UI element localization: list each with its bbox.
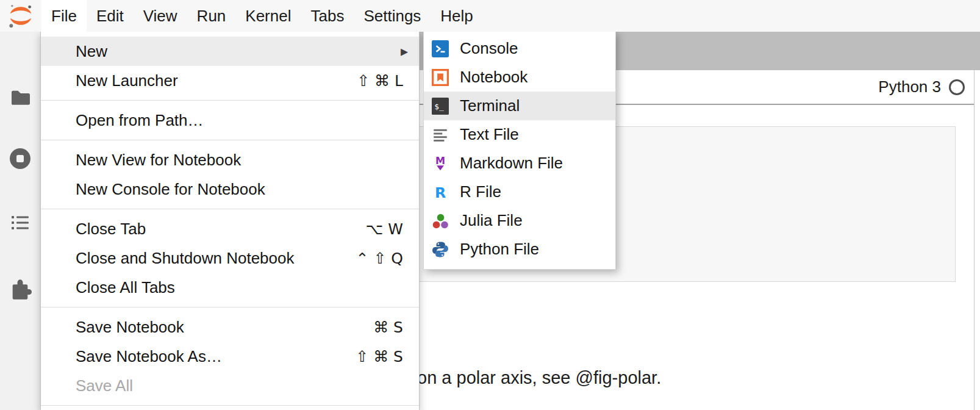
menu-item-save-notebook-as[interactable]: Save Notebook As… ⇧ ⌘ S: [41, 342, 419, 371]
menu-item-save-notebook[interactable]: Save Notebook ⌘ S: [41, 312, 419, 342]
left-sidebar: [0, 32, 40, 410]
markdown-text: on a polar axis, see @fig-polar.: [417, 368, 661, 388]
submenu-item-label: Text File: [460, 125, 519, 144]
svg-text:$_: $_: [434, 102, 444, 111]
menu-item-shortcut: ⇧ ⌘ L: [357, 72, 403, 90]
file-browser-icon[interactable]: [8, 85, 32, 110]
kernel-status-icon[interactable]: [949, 79, 965, 95]
menubar-label: Edit: [96, 7, 124, 25]
menu-item-save-all[interactable]: Save All: [41, 371, 419, 400]
menu-item-new[interactable]: New ▸: [41, 37, 419, 66]
menubar-label: Kernel: [245, 7, 291, 25]
markdown-file-icon: M: [432, 155, 449, 172]
new-submenu: Console Notebook $_ Terminal Text File M…: [423, 31, 616, 270]
submenu-item-label: Terminal: [460, 96, 520, 115]
submenu-item-label: Python File: [460, 240, 539, 259]
submenu-item-label: R File: [460, 182, 501, 201]
menu-item-close-and-shutdown-notebook[interactable]: Close and Shutdown Notebook ⌃ ⇧ Q: [41, 243, 419, 273]
menu-item-label: New Launcher: [76, 71, 178, 90]
menu-item-label: Close Tab: [76, 220, 146, 239]
python-file-icon: [432, 241, 449, 258]
menu-item-label: Save Notebook: [76, 318, 184, 337]
julia-file-icon: [432, 212, 449, 229]
notebook-icon: [432, 69, 449, 86]
menu-item-label: New Console for Notebook: [76, 180, 265, 199]
menubar-item-settings[interactable]: Settings: [354, 0, 431, 32]
menubar-label: Settings: [363, 7, 421, 25]
submenu-item-label: Notebook: [460, 68, 528, 87]
menubar-item-view[interactable]: View: [134, 0, 187, 32]
menu-separator: [41, 209, 419, 209]
menu-item-label: Close All Tabs: [76, 278, 175, 297]
menu-item-label: Open from Path…: [76, 111, 204, 130]
console-icon: [432, 40, 449, 57]
menu-item-shortcut: ⌃ ⇧ Q: [356, 250, 403, 267]
jupyter-logo-icon: [0, 0, 41, 32]
menubar-label: View: [143, 7, 177, 25]
menu-item-new-view-for-notebook[interactable]: New View for Notebook: [41, 145, 419, 174]
menubar-label: Help: [440, 7, 473, 25]
menu-item-label: New: [76, 42, 107, 61]
r-file-icon: R: [432, 184, 449, 201]
extensions-icon[interactable]: [8, 277, 32, 301]
menu-item-label: New View for Notebook: [76, 151, 241, 170]
submenu-item-python-file[interactable]: Python File: [424, 235, 615, 264]
menu-item-close-all-tabs[interactable]: Close All Tabs: [41, 273, 419, 302]
menu-item-new-launcher[interactable]: New Launcher ⇧ ⌘ L: [41, 66, 419, 95]
table-of-contents-icon[interactable]: [8, 210, 32, 235]
submenu-item-r-file[interactable]: R R File: [424, 178, 615, 206]
submenu-item-text-file[interactable]: Text File: [424, 120, 615, 149]
text-file-icon: [432, 126, 449, 143]
menu-item-open-from-path[interactable]: Open from Path…: [41, 106, 419, 135]
menubar-item-edit[interactable]: Edit: [87, 0, 134, 32]
terminal-icon: $_: [432, 98, 449, 115]
menu-item-close-tab[interactable]: Close Tab ⌥ W: [41, 214, 419, 243]
file-menu-dropdown: New ▸ New Launcher ⇧ ⌘ L Open from Path……: [40, 32, 420, 410]
svg-text:M: M: [435, 155, 445, 167]
menu-item-shortcut: ⇧ ⌘ S: [356, 348, 403, 365]
menubar-item-kernel[interactable]: Kernel: [235, 0, 301, 32]
menu-item-shortcut: ⌥ W: [366, 220, 403, 238]
jupyterlab-screen: Python 3 on a polar axis, see @fig-polar…: [0, 0, 980, 410]
menubar-item-file[interactable]: File: [41, 0, 87, 32]
menu-item-label: Save Notebook As…: [76, 347, 222, 366]
menubar-label: Run: [197, 7, 226, 25]
menubar-item-run[interactable]: Run: [187, 0, 236, 32]
submenu-item-console[interactable]: Console: [424, 34, 615, 63]
submenu-item-julia-file[interactable]: Julia File: [424, 206, 615, 235]
kernel-name[interactable]: Python 3: [878, 77, 941, 96]
submenu-item-terminal[interactable]: $_ Terminal: [424, 92, 615, 120]
menubar-label: File: [51, 7, 77, 25]
menu-separator: [41, 307, 419, 308]
submenu-arrow-icon: ▸: [401, 43, 408, 60]
menubar-label: Tabs: [310, 7, 344, 25]
menubar-item-tabs[interactable]: Tabs: [301, 0, 354, 32]
menu-item-label: Save All: [76, 376, 133, 395]
menu-separator: [41, 405, 419, 406]
running-kernels-icon[interactable]: [8, 146, 32, 171]
svg-text:R: R: [435, 184, 446, 200]
menubar-item-help[interactable]: Help: [431, 0, 482, 32]
menu-separator: [41, 100, 419, 101]
menu-item-label: Close and Shutdown Notebook: [76, 249, 294, 268]
submenu-item-label: Console: [460, 39, 518, 58]
submenu-item-markdown-file[interactable]: M Markdown File: [424, 149, 615, 178]
submenu-item-notebook[interactable]: Notebook: [424, 63, 615, 92]
menu-item-new-console-for-notebook[interactable]: New Console for Notebook: [41, 174, 419, 204]
submenu-item-label: Julia File: [460, 211, 523, 230]
menu-bar: File Edit View Run Kernel Tabs Settings …: [0, 0, 980, 32]
menu-separator: [41, 140, 419, 140]
window-right-border: [974, 70, 975, 410]
submenu-item-label: Markdown File: [460, 154, 563, 173]
menu-item-shortcut: ⌘ S: [373, 318, 403, 336]
